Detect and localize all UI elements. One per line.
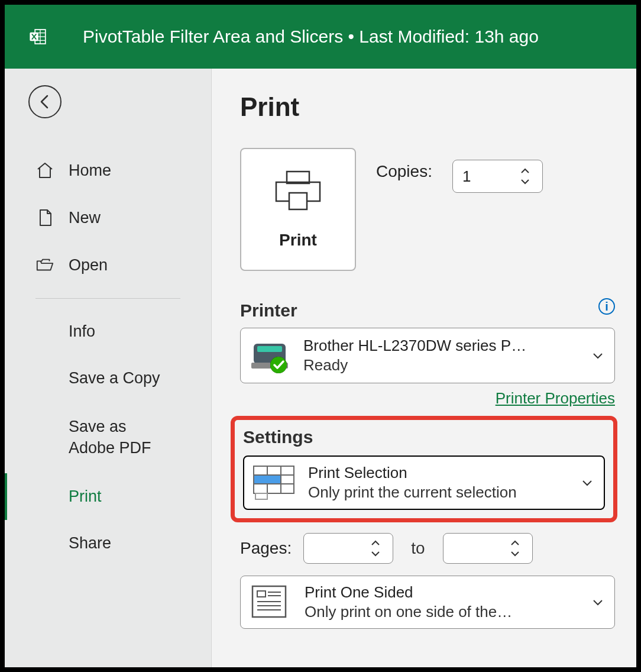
sidebar-divider (35, 298, 180, 299)
back-button[interactable] (28, 85, 61, 118)
sidebar-item-home[interactable]: Home (5, 147, 211, 194)
svg-rect-8 (289, 193, 307, 209)
folder-open-icon (35, 256, 54, 274)
settings-section-label: Settings (243, 427, 605, 447)
sided-dropdown[interactable]: Print One Sided Only print on one side o… (240, 576, 615, 629)
excel-icon (28, 27, 47, 46)
svg-point-13 (270, 357, 287, 373)
chevron-up-icon[interactable] (370, 539, 381, 547)
info-icon[interactable]: i (598, 298, 615, 315)
print-button[interactable]: Print (240, 148, 356, 271)
print-what-dropdown[interactable]: Print Selection Only print the current s… (243, 455, 605, 510)
copies-label: Copies: (376, 162, 432, 181)
sidebar-item-label: Home (69, 161, 111, 180)
copies-stepper[interactable]: 1 (452, 160, 543, 193)
printer-dropdown[interactable]: Brother HL-L2370DW series P… Ready (240, 328, 615, 383)
pages-to-label: to (405, 539, 430, 558)
chevron-up-icon[interactable] (520, 167, 530, 175)
printer-properties-link[interactable]: Printer Properties (240, 389, 615, 408)
sidebar-item-label: Print (69, 487, 102, 506)
app-header: PivotTable Filter Area and Slicers • Las… (5, 5, 636, 69)
sidebar-item-share[interactable]: Share (5, 520, 211, 567)
chevron-down-icon[interactable] (510, 550, 520, 557)
chevron-down-icon[interactable] (520, 178, 530, 185)
sidebar-item-print[interactable]: Print (5, 473, 211, 520)
printer-section-label: Printer (240, 301, 615, 321)
pages-label: Pages: (240, 539, 292, 558)
chevron-down-icon (581, 479, 593, 487)
sidebar-item-label: Info (69, 322, 95, 341)
printer-device-icon (249, 338, 290, 373)
main-panel: Print Print Copies: 1 (212, 69, 636, 667)
chevron-down-icon (592, 351, 604, 360)
svg-rect-19 (254, 476, 280, 483)
home-icon (35, 161, 54, 180)
highlight-annotation: Settings Print (231, 416, 617, 522)
print-button-label: Print (279, 231, 317, 250)
sidebar-item-label: Share (69, 534, 111, 553)
print-what-sub: Only print the current selection (308, 483, 574, 502)
svg-rect-20 (255, 493, 267, 499)
printer-status: Ready (303, 356, 585, 374)
sidebar-item-label: Save as Adobe PDF (69, 416, 158, 459)
selection-grid-icon (252, 465, 295, 500)
sided-title: Print One Sided (305, 583, 585, 602)
new-file-icon (35, 208, 54, 227)
chevron-down-icon (592, 598, 604, 606)
print-what-title: Print Selection (308, 464, 574, 482)
sidebar-item-info[interactable]: Info (5, 308, 211, 355)
copies-value: 1 (462, 167, 471, 186)
sidebar-item-open[interactable]: Open (5, 241, 211, 289)
svg-rect-10 (257, 346, 282, 352)
chevron-down-icon[interactable] (370, 550, 381, 557)
pages-to-stepper[interactable] (443, 533, 533, 564)
document-title: PivotTable Filter Area and Slicers • Las… (83, 27, 539, 47)
printer-name: Brother HL-L2370DW series P… (303, 337, 585, 355)
sidebar-item-save-copy[interactable]: Save a Copy (5, 355, 211, 402)
chevron-up-icon[interactable] (510, 539, 520, 547)
page-title: Print (240, 92, 615, 122)
backstage-sidebar: Home New Open Info Save a Copy (5, 69, 212, 667)
sidebar-item-new[interactable]: New (5, 194, 211, 241)
svg-rect-22 (257, 591, 266, 597)
sided-sub: Only print on one side of the… (305, 603, 585, 621)
sidebar-item-label: Save a Copy (69, 369, 160, 387)
sidebar-item-label: Open (69, 256, 108, 274)
page-one-sided-icon (249, 584, 292, 621)
printer-icon (273, 169, 323, 215)
sidebar-item-label: New (69, 209, 101, 227)
sidebar-item-save-adobe-pdf[interactable]: Save as Adobe PDF (5, 402, 158, 473)
pages-from-stepper[interactable] (303, 533, 393, 564)
